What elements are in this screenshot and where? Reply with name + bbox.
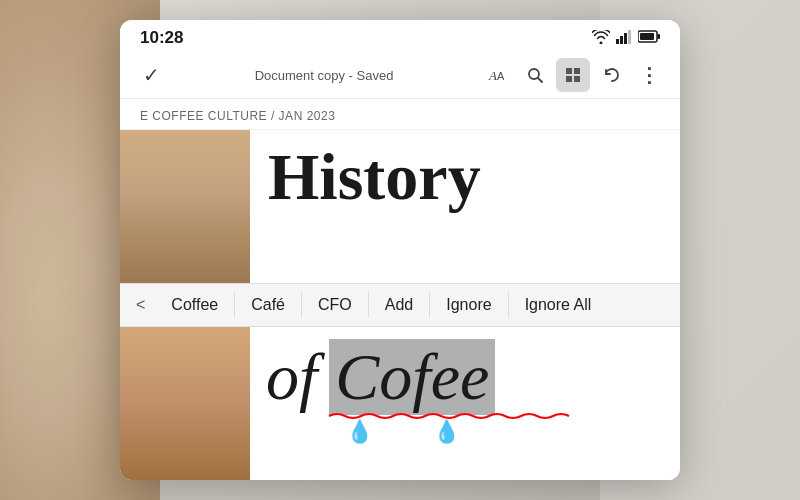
lower-text-area: of Cofee 💧 💧	[250, 327, 680, 480]
undo-button[interactable]	[594, 58, 628, 92]
cofee-text: Cofee	[329, 339, 495, 415]
suggestion-ignore-all[interactable]: Ignore All	[509, 292, 608, 318]
panel-inner: 10:28	[120, 20, 680, 480]
suggestion-add[interactable]: Add	[369, 292, 430, 318]
wifi-icon	[592, 30, 610, 47]
svg-rect-6	[640, 33, 654, 40]
red-underline-svg	[329, 411, 495, 419]
suggestion-bar: < Coffee Café CFO Add Ignore Ignore All	[120, 283, 680, 327]
svg-rect-13	[566, 76, 572, 82]
doc-upper: History	[120, 130, 680, 283]
svg-rect-11	[566, 68, 572, 74]
svg-rect-3	[628, 30, 631, 44]
toolbar-left: ✓	[134, 58, 168, 92]
toolbar-right: A A	[480, 58, 666, 92]
signal-icon	[616, 30, 632, 47]
svg-rect-12	[574, 68, 580, 74]
document-panel: 10:28	[120, 20, 680, 480]
svg-rect-2	[624, 33, 627, 44]
of-text: of	[266, 339, 317, 415]
document-title: History	[268, 144, 662, 216]
font-button[interactable]: A A	[480, 58, 514, 92]
breadcrumb: E COFFEE CULTURE / JAN 2023	[120, 99, 680, 130]
toolbar: ✓ Document copy - Saved A A	[120, 52, 680, 99]
suggestion-cfo[interactable]: CFO	[302, 292, 369, 318]
svg-rect-5	[658, 34, 661, 39]
outer-background: 10:28	[0, 0, 800, 500]
status-icons	[592, 30, 660, 47]
more-button[interactable]: ⋮	[632, 58, 666, 92]
doc-title: Document copy - Saved	[255, 68, 394, 83]
water-drops: 💧 💧	[266, 419, 664, 445]
suggestion-coffee[interactable]: Coffee	[155, 292, 235, 318]
search-button[interactable]	[518, 58, 552, 92]
svg-line-10	[538, 78, 542, 82]
status-bar: 10:28	[120, 20, 680, 52]
svg-rect-1	[620, 36, 623, 44]
check-button[interactable]: ✓	[134, 58, 168, 92]
suggestion-cafe[interactable]: Café	[235, 292, 302, 318]
doc-image-left	[120, 130, 250, 283]
water-drop-2: 💧	[433, 419, 460, 445]
layout-button[interactable]	[556, 58, 590, 92]
doc-lower: of Cofee 💧 💧	[120, 327, 680, 480]
suggestion-arrow[interactable]: <	[136, 292, 155, 318]
water-drop-1: 💧	[346, 419, 373, 445]
cofee-line-container: of Cofee	[266, 339, 664, 415]
status-time: 10:28	[140, 28, 183, 48]
doc-title-container: Document copy - Saved	[168, 66, 480, 84]
suggestion-ignore[interactable]: Ignore	[430, 292, 508, 318]
battery-icon	[638, 30, 660, 46]
cofee-word: Cofee	[335, 340, 489, 413]
svg-text:A: A	[497, 70, 505, 82]
lower-image-strip	[120, 327, 250, 480]
svg-text:A: A	[488, 68, 497, 83]
svg-rect-0	[616, 39, 619, 44]
svg-rect-14	[574, 76, 580, 82]
